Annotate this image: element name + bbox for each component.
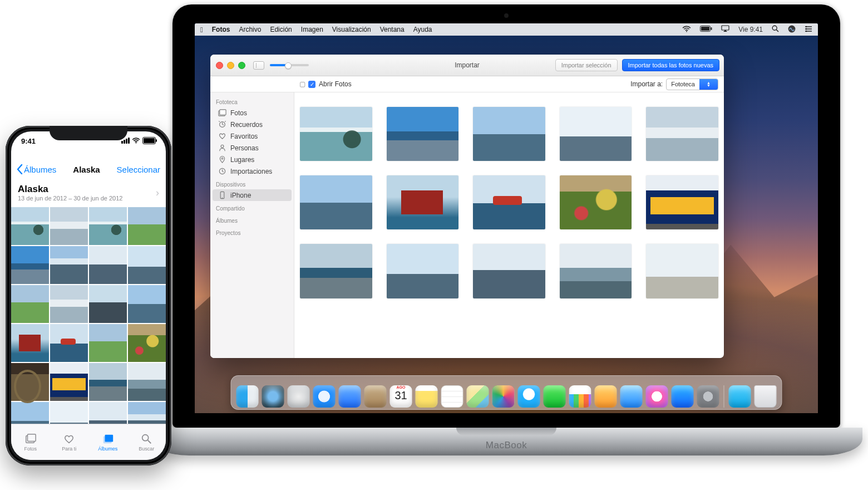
import-thumbnail[interactable] bbox=[560, 244, 632, 298]
sidebar-item-recuerdos[interactable]: Recuerdos bbox=[213, 119, 292, 130]
photo-thumbnail[interactable] bbox=[128, 246, 166, 284]
apple-menu-icon[interactable]:  bbox=[200, 26, 203, 34]
siri-icon[interactable] bbox=[788, 25, 796, 35]
dock-notes-icon[interactable] bbox=[416, 385, 438, 408]
sidebar-item-personas[interactable]: Personas bbox=[213, 142, 292, 154]
tab-parati[interactable]: Para ti bbox=[50, 424, 89, 460]
import-to-select[interactable]: Fototeca ▲▼ bbox=[666, 79, 718, 90]
dock-reminders-icon[interactable] bbox=[441, 385, 463, 408]
photo-thumbnail[interactable] bbox=[11, 402, 49, 424]
photo-thumbnail[interactable] bbox=[89, 402, 127, 424]
photo-thumbnail[interactable] bbox=[89, 363, 127, 401]
photo-thumbnail[interactable] bbox=[11, 285, 49, 323]
import-thumbnail[interactable] bbox=[560, 175, 632, 229]
photo-thumbnail[interactable] bbox=[128, 363, 166, 401]
import-thumbnail[interactable] bbox=[473, 107, 545, 161]
photo-thumbnail[interactable] bbox=[50, 402, 88, 424]
zoom-window-button[interactable] bbox=[238, 62, 245, 69]
dock-messages-icon[interactable] bbox=[518, 385, 540, 408]
dock-maps-icon[interactable] bbox=[467, 385, 489, 408]
sidebar-item-importaciones[interactable]: Importaciones bbox=[213, 165, 292, 177]
battery-icon[interactable] bbox=[700, 26, 712, 33]
sidebar-item-favoritos[interactable]: Favoritos bbox=[213, 130, 292, 142]
menu-imagen[interactable]: Imagen bbox=[301, 26, 323, 33]
album-header-row[interactable]: Alaska 13 de jun de 2012 – 30 de jun de … bbox=[11, 180, 166, 207]
spotlight-icon[interactable] bbox=[772, 25, 779, 34]
import-thumbnail[interactable] bbox=[560, 107, 632, 161]
menu-ayuda[interactable]: Ayuda bbox=[413, 26, 432, 33]
dock-contacts-icon[interactable] bbox=[364, 385, 387, 408]
menubar-clock[interactable]: Vie 9:41 bbox=[738, 26, 763, 33]
dock-numbers-icon[interactable] bbox=[569, 385, 591, 408]
import-thumbnail[interactable] bbox=[387, 107, 459, 161]
photo-thumbnail[interactable] bbox=[11, 207, 49, 245]
menu-archivo[interactable]: Archivo bbox=[239, 26, 261, 33]
import-thumbnail[interactable] bbox=[473, 175, 545, 229]
import-thumbnail[interactable] bbox=[387, 244, 459, 298]
import-thumbnail[interactable] bbox=[646, 107, 718, 161]
thumbnail-size-slider[interactable] bbox=[270, 64, 309, 66]
sidebar-section-projects[interactable]: Proyectos bbox=[210, 226, 294, 238]
sidebar-item-lugares[interactable]: Lugares bbox=[213, 154, 292, 165]
select-button[interactable]: Seleccionar bbox=[117, 165, 160, 174]
dock-appstore-icon[interactable] bbox=[672, 385, 694, 408]
photo-thumbnail[interactable] bbox=[11, 246, 49, 284]
photo-thumbnail[interactable] bbox=[128, 402, 166, 424]
dock-safari-icon[interactable] bbox=[313, 385, 336, 408]
airplay-icon[interactable] bbox=[721, 25, 729, 34]
tab-fotos[interactable]: Fotos bbox=[11, 424, 50, 460]
sidebar-section-shared[interactable]: Compartido bbox=[210, 201, 294, 213]
notification-center-icon[interactable] bbox=[805, 26, 812, 34]
tab-albumes[interactable]: Álbumes bbox=[88, 424, 127, 460]
dock-facetime-icon[interactable] bbox=[544, 385, 566, 408]
dock-pages-icon[interactable] bbox=[620, 385, 643, 408]
open-photos-checkbox[interactable]: ✓ bbox=[308, 81, 315, 88]
photo-thumbnail[interactable] bbox=[89, 207, 127, 245]
dock-photos-icon[interactable] bbox=[492, 385, 515, 408]
menu-ventana[interactable]: Ventana bbox=[380, 26, 405, 33]
dock-mail-icon[interactable] bbox=[339, 385, 361, 408]
import-thumbnail[interactable] bbox=[300, 107, 372, 161]
photo-thumbnail[interactable] bbox=[128, 324, 166, 362]
sidebar-item-fotos[interactable]: Fotos bbox=[213, 107, 292, 119]
photo-thumbnail[interactable] bbox=[50, 285, 88, 323]
import-selection-button[interactable]: Importar selección bbox=[555, 59, 618, 71]
sidebar-toggle-button[interactable] bbox=[253, 61, 264, 70]
import-thumbnail[interactable] bbox=[300, 244, 372, 298]
menubar-app-name[interactable]: Fotos bbox=[212, 26, 230, 33]
dock-trash-icon[interactable] bbox=[754, 385, 777, 408]
dock-finder-icon[interactable] bbox=[236, 385, 259, 408]
photo-thumbnail[interactable] bbox=[89, 246, 127, 284]
import-thumbnail[interactable] bbox=[646, 244, 718, 298]
photo-thumbnail[interactable] bbox=[89, 285, 127, 323]
dock-downloads-icon[interactable] bbox=[729, 385, 751, 408]
photo-thumbnail[interactable] bbox=[50, 324, 88, 362]
import-thumbnail[interactable] bbox=[646, 175, 718, 229]
import-thumbnail[interactable] bbox=[387, 175, 459, 229]
sidebar-item-iphone[interactable]: iPhone bbox=[213, 189, 292, 201]
dock-keynote-icon[interactable] bbox=[595, 385, 617, 408]
import-all-new-button[interactable]: Importar todas las fotos nuevas bbox=[622, 59, 719, 71]
dock-itunes-icon[interactable] bbox=[646, 385, 668, 408]
tab-buscar[interactable]: Buscar bbox=[127, 424, 166, 460]
photo-thumbnail[interactable] bbox=[89, 324, 127, 362]
menu-visualizacion[interactable]: Visualización bbox=[332, 26, 371, 33]
photo-thumbnail[interactable] bbox=[50, 207, 88, 245]
photo-thumbnail[interactable] bbox=[128, 285, 166, 323]
photo-thumbnail[interactable] bbox=[128, 207, 166, 245]
import-thumbnail[interactable] bbox=[300, 175, 372, 229]
dock-siri-icon[interactable] bbox=[262, 385, 284, 408]
back-button[interactable]: Álbumes bbox=[17, 164, 56, 174]
menu-edicion[interactable]: Edición bbox=[270, 26, 292, 33]
dock-preferences-icon[interactable] bbox=[697, 385, 719, 408]
photo-thumbnail[interactable] bbox=[11, 324, 49, 362]
wifi-icon[interactable] bbox=[682, 26, 691, 34]
photo-thumbnail[interactable] bbox=[50, 363, 88, 401]
dock-calendar-icon[interactable]: AGO31 bbox=[390, 385, 412, 408]
import-thumbnail[interactable] bbox=[473, 244, 545, 298]
dock-launchpad-icon[interactable] bbox=[288, 385, 310, 408]
sidebar-section-albums[interactable]: Álbumes bbox=[210, 213, 294, 226]
photo-thumbnail[interactable] bbox=[11, 363, 49, 401]
photo-thumbnail[interactable] bbox=[50, 246, 88, 284]
minimize-window-button[interactable] bbox=[227, 62, 234, 69]
